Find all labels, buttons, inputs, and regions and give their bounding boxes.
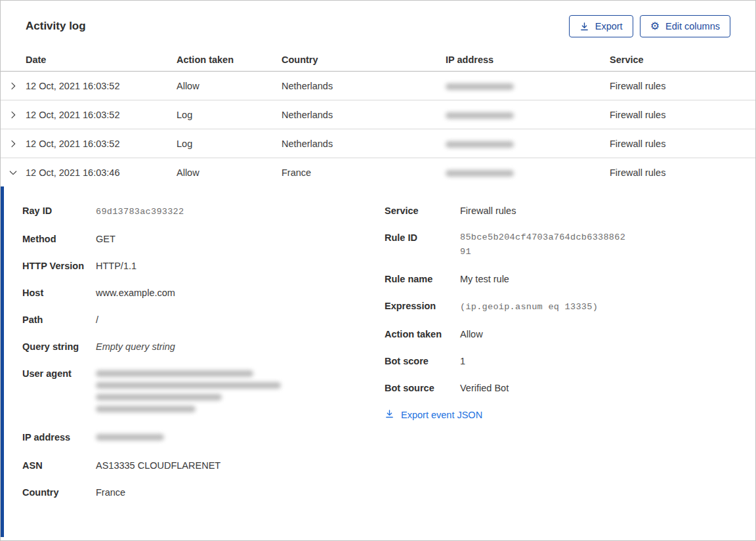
detail-label: Service xyxy=(385,204,460,218)
detail-label: IP address xyxy=(22,430,96,446)
detail-row: Hostwww.example.com xyxy=(22,286,385,300)
detail-value: France xyxy=(96,487,125,498)
detail-row: CountryFrance xyxy=(22,485,385,500)
detail-row: Path/ xyxy=(22,313,385,327)
detail-label: Path xyxy=(22,313,96,327)
cell-service: Firewall rules xyxy=(610,139,755,149)
detail-label: User agent xyxy=(22,366,96,418)
detail-row: ServiceFirewall rules xyxy=(385,204,755,218)
detail-label: Action taken xyxy=(385,327,460,341)
cell-service: Firewall rules xyxy=(610,81,755,91)
chevron-right-icon[interactable] xyxy=(1,72,26,100)
detail-row: HTTP VersionHTTP/1.1 xyxy=(22,259,385,273)
cell-date: 12 Oct, 2021 16:03:52 xyxy=(26,110,177,120)
table-body: 12 Oct, 2021 16:03:52AllowNetherlandsFir… xyxy=(1,72,755,186)
chevron-down-icon[interactable] xyxy=(1,158,26,186)
export-event-json-link[interactable]: Export event JSON xyxy=(385,409,755,421)
detail-row: Expression(ip.geoip.asnum eq 13335) xyxy=(385,299,755,314)
detail-row: ASNAS13335 CLOUDFLARENET xyxy=(22,458,385,473)
redacted-text-line xyxy=(96,382,281,389)
detail-label: Bot source xyxy=(385,381,460,395)
detail-row: Rule nameMy test rule xyxy=(385,272,755,286)
table-row[interactable]: 12 Oct, 2021 16:03:46AllowFranceFirewall… xyxy=(1,158,755,186)
detail-label: Expression xyxy=(385,299,460,314)
cell-service: Firewall rules xyxy=(610,110,755,120)
detail-value: Verified Bot xyxy=(460,383,509,393)
detail-value: Allow xyxy=(460,329,483,339)
detail-value: Firewall rules xyxy=(460,206,516,216)
detail-label: Country xyxy=(22,485,96,500)
redacted-text-line xyxy=(96,370,253,377)
redacted-ip-value xyxy=(446,112,514,119)
detail-value: 85bce5b204cf4703a764dcb633886291 xyxy=(460,230,627,259)
cell-ip-address xyxy=(446,139,610,149)
export-event-json-label: Export event JSON xyxy=(401,410,482,420)
detail-row: User agent xyxy=(22,366,385,418)
table-row[interactable]: 12 Oct, 2021 16:03:52LogNetherlandsFirew… xyxy=(1,129,755,158)
detail-label: Host xyxy=(22,286,96,300)
detail-label: Method xyxy=(22,232,96,246)
cell-ip-address xyxy=(446,110,610,120)
cell-action-taken: Log xyxy=(177,139,282,149)
cell-country: Netherlands xyxy=(282,110,446,120)
cell-ip-address xyxy=(446,81,610,91)
cell-country: Netherlands xyxy=(282,139,446,149)
detail-row: Ray ID69d13783ac393322 xyxy=(22,204,385,219)
activity-log-page: Activity log Export ⚙ Edit columns Date … xyxy=(0,0,756,541)
detail-label: HTTP Version xyxy=(22,259,96,273)
column-header-action-taken: Action taken xyxy=(177,54,282,65)
detail-label: Rule name xyxy=(385,272,460,286)
column-header-date: Date xyxy=(26,54,177,65)
cell-country: France xyxy=(282,167,446,178)
redacted-ip-value xyxy=(446,141,514,148)
export-button[interactable]: Export xyxy=(569,15,633,37)
detail-row: Bot score1 xyxy=(385,354,755,368)
page-title: Activity log xyxy=(26,20,86,33)
detail-value: 69d13783ac393322 xyxy=(96,207,184,217)
detail-value: / xyxy=(96,314,98,325)
table-row[interactable]: 12 Oct, 2021 16:03:52AllowNetherlandsFir… xyxy=(1,72,755,100)
cell-ip-address xyxy=(446,167,610,178)
detail-label: ASN xyxy=(22,458,96,473)
detail-value: My test rule xyxy=(460,274,509,284)
event-details-right-column: ServiceFirewall rulesRule ID85bce5b204cf… xyxy=(385,204,755,537)
event-details-panel: Ray ID69d13783ac393322MethodGETHTTP Vers… xyxy=(1,186,755,537)
detail-row: Query stringEmpty query string xyxy=(22,339,385,354)
redacted-text-line xyxy=(96,434,164,441)
redacted-value xyxy=(96,430,385,446)
cell-date: 12 Oct, 2021 16:03:52 xyxy=(26,81,177,91)
edit-columns-button[interactable]: ⚙ Edit columns xyxy=(640,15,730,37)
detail-value: 1 xyxy=(460,356,465,366)
column-header-country: Country xyxy=(282,54,446,65)
cell-service: Firewall rules xyxy=(610,167,755,178)
detail-label: Bot score xyxy=(385,354,460,368)
cell-date: 12 Oct, 2021 16:03:52 xyxy=(26,139,177,149)
detail-row: MethodGET xyxy=(22,232,385,246)
detail-value: Empty query string xyxy=(96,341,175,352)
cell-action-taken: Allow xyxy=(177,167,282,178)
detail-row: Bot sourceVerified Bot xyxy=(385,381,755,395)
chevron-right-icon[interactable] xyxy=(1,129,26,158)
detail-value: HTTP/1.1 xyxy=(96,261,136,271)
redacted-value xyxy=(96,366,385,418)
redacted-ip-value xyxy=(446,83,514,90)
table-header-row: Date Action taken Country IP address Ser… xyxy=(1,48,755,72)
redacted-text-line xyxy=(96,394,222,400)
redacted-text-line xyxy=(96,406,196,412)
column-header-ip-address: IP address xyxy=(446,54,610,65)
edit-columns-button-label: Edit columns xyxy=(665,20,720,32)
cell-date: 12 Oct, 2021 16:03:46 xyxy=(26,167,177,178)
download-icon xyxy=(579,22,589,32)
detail-row: IP address xyxy=(22,430,385,446)
export-button-label: Export xyxy=(595,20,623,32)
detail-row: Action takenAllow xyxy=(385,327,755,341)
table-row[interactable]: 12 Oct, 2021 16:03:52LogNetherlandsFirew… xyxy=(1,100,755,129)
cell-action-taken: Log xyxy=(177,110,282,120)
cell-country: Netherlands xyxy=(282,81,446,91)
cell-action-taken: Allow xyxy=(177,81,282,91)
detail-value: (ip.geoip.asnum eq 13335) xyxy=(460,302,598,312)
detail-value: GET xyxy=(96,234,116,244)
detail-label: Rule ID xyxy=(385,230,460,259)
download-icon xyxy=(385,409,394,421)
chevron-right-icon[interactable] xyxy=(1,100,26,129)
